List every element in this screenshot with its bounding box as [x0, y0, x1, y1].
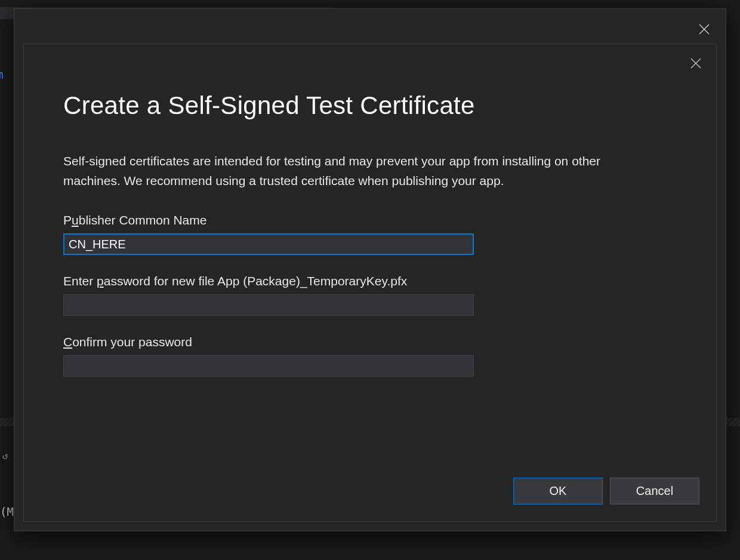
label-part: P	[63, 213, 72, 227]
dialog-button-row: OK Cancel	[513, 478, 699, 504]
ok-button[interactable]: OK	[513, 478, 603, 504]
label-part: blisher Common Name	[79, 213, 207, 227]
dialog-description: Self-signed certificates are intended fo…	[63, 152, 654, 190]
close-icon	[699, 24, 710, 35]
history-icon: ↺	[2, 447, 8, 465]
close-icon	[690, 58, 701, 69]
password-field: Enter password for new file App (Package…	[63, 274, 677, 316]
background-link-fragment: m	[0, 66, 3, 84]
dialog-title: Create a Self-Signed Test Certificate	[63, 92, 677, 119]
outer-dialog: Create a Self-Signed Test Certificate Se…	[14, 8, 726, 531]
cancel-button[interactable]: Cancel	[610, 478, 699, 504]
label-accel: C	[63, 335, 72, 349]
label-accel: p	[97, 274, 104, 288]
publisher-label: Publisher Common Name	[63, 213, 677, 227]
label-accel: u	[72, 213, 79, 227]
password-label: Enter password for new file App (Package…	[63, 274, 677, 288]
label-part: onfirm your password	[72, 335, 192, 349]
inner-dialog: Create a Self-Signed Test Certificate Se…	[23, 44, 717, 522]
label-part: Enter	[63, 274, 97, 288]
password-input[interactable]	[63, 294, 474, 316]
outer-close-button[interactable]	[696, 21, 713, 38]
label-part: assword for new file App (Package)_Tempo…	[104, 274, 408, 288]
confirm-password-input[interactable]	[63, 355, 474, 377]
confirm-password-label: Confirm your password	[63, 335, 677, 349]
dialog-content: Create a Self-Signed Test Certificate Se…	[63, 92, 677, 396]
publisher-field: Publisher Common Name	[63, 213, 677, 255]
inner-close-button[interactable]	[689, 56, 703, 70]
confirm-password-field: Confirm your password	[63, 335, 677, 377]
publisher-common-name-input[interactable]	[63, 233, 474, 255]
